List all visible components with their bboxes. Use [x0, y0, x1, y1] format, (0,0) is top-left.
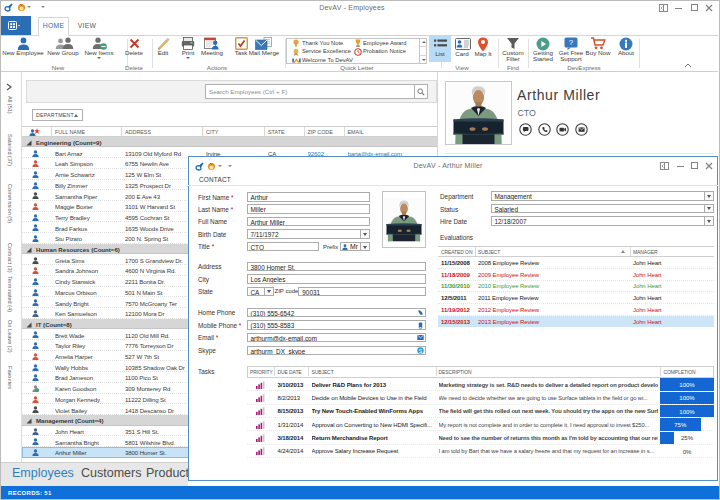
svg-text:?: ?: [569, 38, 574, 47]
